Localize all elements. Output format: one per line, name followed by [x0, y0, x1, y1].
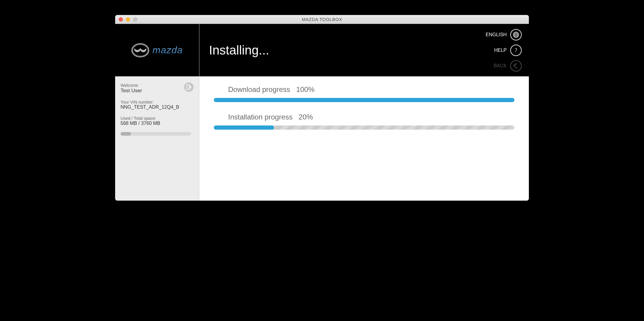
maximize-button[interactable] — [133, 17, 137, 22]
installation-progress-label: Installation progress — [228, 113, 293, 121]
download-progress-fill — [214, 98, 514, 102]
main-header: Installing... ENGLISH — [199, 24, 529, 76]
download-progress-percent: 100% — [296, 85, 315, 94]
main-content: Download progress 100% Installation prog… — [199, 76, 529, 201]
app-window: MAZDA TOOLBOX mazda — [115, 15, 529, 201]
space-usage-bar — [121, 132, 191, 136]
space-value: 568 MB / 3760 MB — [121, 121, 194, 126]
window-title: MAZDA TOOLBOX — [302, 17, 342, 22]
close-button[interactable] — [119, 17, 123, 22]
sidebar-content: Welcome Test User Your VIN number: NNG_T… — [115, 76, 199, 201]
download-progress-label: Download progress — [228, 85, 290, 94]
installation-progress-fill — [214, 125, 274, 130]
sidebar-header: mazda — [115, 24, 199, 76]
main: Installing... ENGLISH — [199, 24, 529, 201]
back-label: BACK — [493, 63, 507, 69]
header-buttons: ENGLISH HELP — [486, 29, 522, 72]
installation-progress-percent: 20% — [299, 113, 313, 121]
download-progress-section: Download progress 100% — [214, 85, 514, 102]
help-label: HELP — [494, 48, 507, 53]
app-body: mazda Welcome Test User Your VIN number:… — [115, 24, 529, 201]
installation-progress-section: Installation progress 20% — [214, 113, 514, 130]
download-progress-header: Download progress 100% — [228, 85, 514, 94]
back-button: BACK — [493, 60, 522, 72]
globe-icon — [510, 29, 522, 40]
question-icon: ? — [510, 45, 522, 56]
download-progress-bar — [214, 98, 514, 102]
vin-label: Your VIN number: — [121, 100, 194, 105]
minimize-button[interactable] — [126, 17, 130, 22]
language-label: ENGLISH — [486, 32, 507, 37]
installation-progress-bar — [214, 125, 514, 130]
logo: mazda — [131, 43, 183, 58]
space-usage-fill — [121, 132, 131, 136]
page-title: Installing... — [209, 43, 269, 57]
logout-icon — [186, 84, 192, 90]
back-arrow-icon — [510, 60, 522, 72]
user-name: Test User — [121, 88, 194, 94]
language-button[interactable]: ENGLISH — [486, 29, 522, 40]
titlebar[interactable]: MAZDA TOOLBOX — [115, 15, 529, 24]
welcome-label: Welcome — [121, 83, 194, 88]
vin-value: NNG_TEST_ADR_12Q4_B — [121, 105, 194, 110]
svg-text:?: ? — [515, 47, 517, 53]
help-button[interactable]: HELP ? — [494, 45, 522, 56]
installation-progress-header: Installation progress 20% — [228, 113, 514, 121]
mazda-emblem-icon — [131, 43, 149, 58]
traffic-lights — [119, 17, 137, 22]
logout-button[interactable] — [184, 82, 194, 92]
sidebar: mazda Welcome Test User Your VIN number:… — [115, 24, 199, 201]
space-label: Used / Total space: — [121, 116, 194, 121]
logo-text: mazda — [152, 45, 183, 56]
